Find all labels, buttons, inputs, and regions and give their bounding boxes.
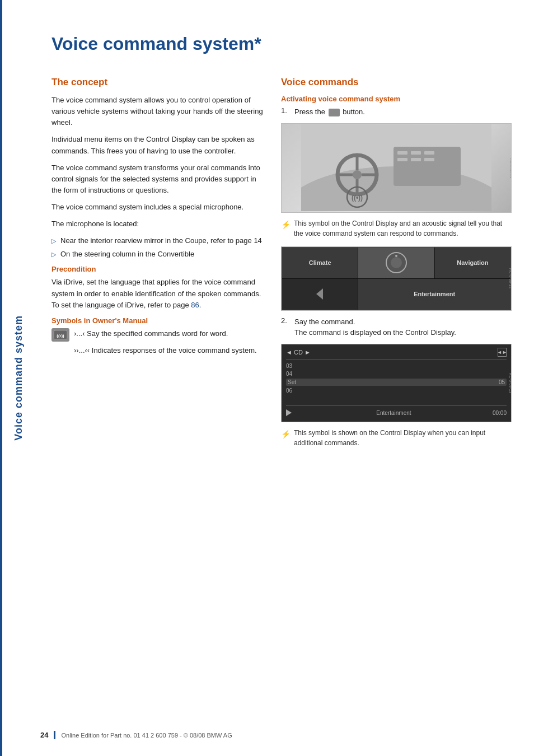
menu-grid: Climate Navigation	[282, 247, 511, 310]
car-dashboard-screenshot: ((•)) RB-0-08-11	[281, 123, 512, 213]
bullet-arrow-icon: ▷	[51, 236, 56, 246]
menu-cell-navigation: Navigation	[435, 248, 510, 278]
two-column-layout: The concept The voice command system all…	[51, 77, 512, 456]
step-1-num: 1.	[281, 106, 290, 115]
cd-track-06: 06	[286, 388, 507, 394]
caption-2-text: This symbol is shown on the Control Disp…	[294, 428, 512, 448]
svg-rect-14	[397, 158, 407, 161]
step-1: 1. Press the button.	[281, 106, 512, 118]
svg-rect-13	[424, 151, 434, 155]
cd-time: 00:00	[493, 410, 507, 416]
step-2: 2. Say the command. The command is displ…	[281, 316, 512, 338]
svg-text:((•)): ((•))	[352, 194, 363, 202]
svg-point-21	[395, 255, 397, 257]
microphone-located-label: The microphone is located:	[51, 218, 264, 230]
cd-track-arrow	[286, 408, 295, 417]
voice-commands-heading: Voice commands	[281, 77, 512, 88]
left-column: The concept The voice command system all…	[51, 77, 264, 456]
concept-para3: The voice command system transforms your…	[51, 162, 264, 196]
symbol1-text: ›...‹ Say the specified commands word fo…	[74, 328, 228, 339]
caption2-symbol-icon: ⚡	[281, 428, 291, 440]
caption-symbol-icon: ⚡	[281, 219, 291, 231]
sidebar-label: Voice command system	[13, 315, 25, 441]
voice-button-icon	[329, 109, 340, 116]
cd-track-num: 06	[286, 388, 292, 394]
menu-screenshot-label: RC-0-08-12	[509, 268, 512, 289]
svg-marker-22	[316, 288, 323, 300]
page-title: Voice command system*	[51, 34, 512, 60]
cd-track-05: 05	[499, 379, 505, 385]
step-2-content: Say the command. The command is displaye…	[294, 316, 456, 338]
bullet-list: ▷ Near the interior rearview mirror in t…	[51, 235, 264, 259]
symbols-heading: Symbols in Owner's Manual	[51, 316, 264, 325]
svg-rect-16	[424, 158, 434, 161]
cd-footer: Entertainment 00:00	[286, 405, 507, 418]
step-2-num: 2.	[281, 316, 290, 325]
concept-section-heading: The concept	[51, 77, 264, 88]
cd-header-right: ◄►	[498, 348, 507, 357]
precondition-heading: Precondition	[51, 265, 264, 273]
svg-rect-11	[397, 151, 407, 155]
cd-header: ◄ CD ► ◄►	[286, 348, 507, 360]
step-2-detail: The command is displayed on the Control …	[294, 327, 456, 338]
menu-cell-arrow-left	[282, 279, 358, 310]
bullet-text-1: Near the interior rearview mirror in the…	[60, 235, 262, 246]
caption-2: ⚡ This symbol is shown on the Control Di…	[281, 428, 512, 448]
cd-track-label	[286, 408, 295, 418]
caption-1: ⚡ This symbol on the Control Display and…	[281, 218, 512, 239]
activating-heading: Activating voice command system	[281, 95, 512, 103]
bullet-text-2: On the steering column in the Convertibl…	[60, 249, 194, 260]
cd-track-04: 04	[286, 371, 507, 377]
footer-text: Online Edition for Part no. 01 41 2 600 …	[61, 732, 232, 739]
menu-arrow-left	[312, 286, 329, 302]
list-item: ▷ On the steering column in the Converti…	[51, 249, 264, 260]
svg-point-20	[391, 257, 402, 268]
menu-screenshot-wrapper: Climate Navigation	[281, 246, 512, 311]
list-item: ▷ Near the interior rearview mirror in t…	[51, 235, 264, 246]
footer-page-number: 24	[35, 731, 55, 739]
symbol2-text: ››...‹‹ Indicates responses of the voice…	[74, 345, 257, 356]
menu-screenshot: Climate Navigation	[281, 246, 512, 311]
idrive-knob	[385, 251, 407, 274]
cd-set-label: Set	[288, 379, 296, 385]
step-1-text: Press the button.	[294, 106, 365, 118]
svg-rect-12	[411, 151, 421, 155]
cd-back-arrow: ◄►	[498, 348, 507, 357]
cd-track-num: 03	[286, 363, 292, 369]
concept-para1: The voice command system allows you to c…	[51, 95, 264, 128]
svg-point-5	[353, 170, 362, 179]
cd-screenshot: ◄ CD ► ◄► 03 04	[281, 344, 512, 422]
page-footer: 24 Online Edition for Part no. 01 41 2 6…	[35, 731, 534, 739]
right-column: Voice commands Activating voice command …	[281, 77, 512, 456]
cd-track-03: 03	[286, 363, 507, 369]
cd-header-left: ◄ CD ►	[286, 349, 311, 356]
precondition-text: Via iDrive, set the language that applie…	[51, 277, 264, 310]
symbol-box-2: ››...‹‹ Indicates responses of the voice…	[51, 345, 264, 356]
concept-para4: The voice command system includes a spec…	[51, 202, 264, 213]
car-screenshot-wrapper: ((•)) RB-0-08-11	[281, 123, 512, 213]
menu-cell-climate: Climate	[282, 248, 358, 278]
symbol-box-1: ((•)) ›...‹ Say the specified commands w…	[51, 328, 264, 342]
menu-cell-entertainment: Entertainment	[358, 279, 510, 310]
caption-1-text: This symbol on the Control Display and a…	[294, 218, 512, 239]
bullet-arrow-icon: ▷	[51, 250, 56, 259]
concept-para2: Individual menu items on the Control Dis…	[51, 134, 264, 156]
cd-screenshot-label: RC-0-08-13	[509, 372, 512, 393]
main-content: Voice command system* The concept The vo…	[35, 0, 534, 756]
car-interior-svg: ((•))	[301, 124, 491, 211]
page-ref-86: 86	[191, 301, 199, 309]
cd-footer-label: Entertainment	[376, 410, 411, 416]
svg-text:((•)): ((•))	[57, 333, 64, 338]
sidebar: Voice command system	[0, 0, 35, 756]
page-container: Voice command system Voice command syste…	[0, 0, 534, 756]
menu-cell-center	[358, 248, 434, 278]
svg-marker-23	[286, 409, 292, 416]
voice-symbol-icon: ((•))	[51, 328, 69, 342]
step-2-text: Say the command.	[294, 316, 456, 328]
screenshot-label: RB-0-08-11	[509, 157, 512, 178]
svg-rect-15	[411, 158, 421, 161]
cd-tracks: 03 04 Set 05 06	[286, 363, 507, 405]
cd-track-num: 04	[286, 371, 292, 377]
cd-screenshot-wrapper: ◄ CD ► ◄► 03 04	[281, 344, 512, 422]
cd-track-set: Set 05	[286, 379, 507, 386]
